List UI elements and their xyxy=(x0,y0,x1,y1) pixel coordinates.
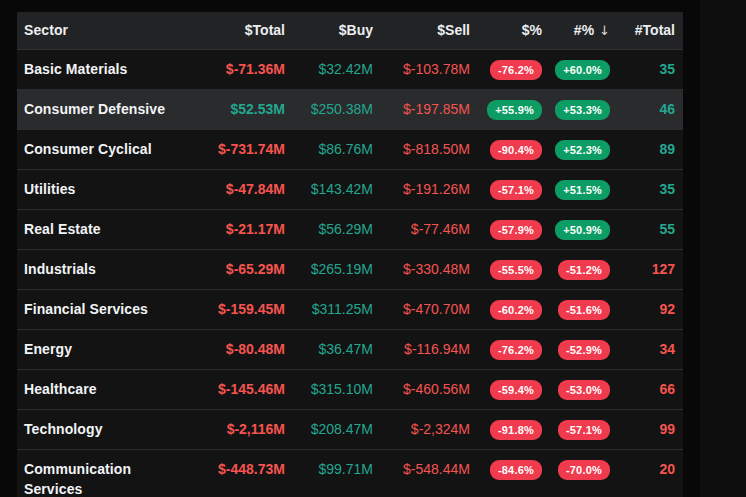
count-pct-badge: -52.9% xyxy=(558,340,610,360)
total-usd-value: $52.53M xyxy=(175,90,285,128)
column-header-count-pct[interactable]: #%↓ xyxy=(542,12,610,49)
usd-pct-cell: -76.2% xyxy=(470,330,542,369)
table-row-communication-services[interactable]: Communication Services $-448.73M $99.71M… xyxy=(17,450,683,497)
buy-usd-value: $86.76M xyxy=(285,130,373,168)
count-pct-badge: -51.6% xyxy=(558,300,610,320)
count-pct-cell: -52.9% xyxy=(542,330,610,369)
usd-pct-cell: -57.1% xyxy=(470,170,542,209)
usd-pct-badge: -90.4% xyxy=(490,140,542,160)
usd-pct-badge: -57.1% xyxy=(490,180,542,200)
usd-pct-badge: -57.9% xyxy=(490,220,542,240)
table-row-basic-materials[interactable]: Basic Materials $-71.36M $32.42M $-103.7… xyxy=(17,50,683,90)
count-pct-label: #% xyxy=(574,22,594,38)
count-total-value: 20 xyxy=(610,450,683,488)
sector-name: Utilities xyxy=(17,170,175,208)
usd-pct-cell: -84.6% xyxy=(470,450,542,489)
buy-usd-value: $265.19M xyxy=(285,250,373,288)
table-row-consumer-defensive[interactable]: Consumer Defensive $52.53M $250.38M $-19… xyxy=(17,90,683,130)
usd-pct-cell: -60.2% xyxy=(470,290,542,329)
table-row-industrials[interactable]: Industrials $-65.29M $265.19M $-330.48M … xyxy=(17,250,683,290)
usd-pct-badge: -84.6% xyxy=(490,460,542,480)
buy-usd-value: $32.42M xyxy=(285,50,373,88)
table-row-consumer-cyclical[interactable]: Consumer Cyclical $-731.74M $86.76M $-81… xyxy=(17,130,683,170)
table-row-healthcare[interactable]: Healthcare $-145.46M $315.10M $-460.56M … xyxy=(17,370,683,410)
count-total-value: 34 xyxy=(610,330,683,368)
table-row-financial-services[interactable]: Financial Services $-159.45M $311.25M $-… xyxy=(17,290,683,330)
count-pct-cell: +60.0% xyxy=(542,50,610,89)
count-pct-cell: +52.3% xyxy=(542,130,610,169)
total-usd-value: $-731.74M xyxy=(175,130,285,168)
count-pct-cell: -57.1% xyxy=(542,410,610,449)
usd-pct-cell: -57.9% xyxy=(470,210,542,249)
column-header-dollar-total[interactable]: $Total xyxy=(175,12,285,48)
count-pct-cell: +51.5% xyxy=(542,170,610,209)
table-row-utilities[interactable]: Utilities $-47.84M $143.42M $-191.26M -5… xyxy=(17,170,683,210)
table-header-row: Sector $Total $Buy $Sell $% #%↓ #Total xyxy=(17,12,683,50)
sector-name: Energy xyxy=(17,330,175,368)
count-total-value: 92 xyxy=(610,290,683,328)
count-total-value: 55 xyxy=(610,210,683,248)
usd-pct-cell: -76.2% xyxy=(470,50,542,89)
table-row-real-estate[interactable]: Real Estate $-21.17M $56.29M $-77.46M -5… xyxy=(17,210,683,250)
sell-usd-value: $-197.85M xyxy=(373,90,470,128)
count-pct-badge: +52.3% xyxy=(555,140,610,160)
column-header-dollar-buy[interactable]: $Buy xyxy=(285,12,373,48)
sector-name: Financial Services xyxy=(17,290,175,328)
count-total-value: 35 xyxy=(610,50,683,88)
count-pct-cell: -53.0% xyxy=(542,370,610,409)
sector-name: Technology xyxy=(17,410,175,448)
count-total-value: 46 xyxy=(610,90,683,128)
column-header-dollar-pct[interactable]: $% xyxy=(470,12,542,48)
usd-pct-badge: +55.9% xyxy=(487,100,542,120)
count-pct-cell: +50.9% xyxy=(542,210,610,249)
buy-usd-value: $36.47M xyxy=(285,330,373,368)
sector-name: Basic Materials xyxy=(17,50,175,88)
buy-usd-value: $315.10M xyxy=(285,370,373,408)
usd-pct-cell: -91.8% xyxy=(470,410,542,449)
count-pct-cell: -70.0% xyxy=(542,450,610,489)
table-row-technology[interactable]: Technology $-2,116M $208.47M $-2,324M -9… xyxy=(17,410,683,450)
usd-pct-badge: -55.5% xyxy=(490,260,542,280)
sector-screener-table: Sector $Total $Buy $Sell $% #%↓ #Total B… xyxy=(17,12,683,497)
buy-usd-value: $311.25M xyxy=(285,290,373,328)
count-pct-badge: -51.2% xyxy=(558,260,610,280)
sell-usd-value: $-2,324M xyxy=(373,410,470,448)
total-usd-value: $-159.45M xyxy=(175,290,285,328)
total-usd-value: $-47.84M xyxy=(175,170,285,208)
sector-name: Healthcare xyxy=(17,370,175,408)
right-gutter xyxy=(700,0,746,497)
buy-usd-value: $208.47M xyxy=(285,410,373,448)
count-pct-cell: -51.2% xyxy=(542,250,610,289)
column-header-sector[interactable]: Sector xyxy=(17,12,175,48)
total-usd-value: $-80.48M xyxy=(175,330,285,368)
column-header-dollar-sell[interactable]: $Sell xyxy=(373,12,470,48)
buy-usd-value: $250.38M xyxy=(285,90,373,128)
buy-usd-value: $99.71M xyxy=(285,450,373,488)
count-pct-badge: +51.5% xyxy=(555,180,610,200)
table-row-energy[interactable]: Energy $-80.48M $36.47M $-116.94M -76.2%… xyxy=(17,330,683,370)
column-header-count-total[interactable]: #Total xyxy=(610,12,683,48)
sell-usd-value: $-191.26M xyxy=(373,170,470,208)
usd-pct-badge: -76.2% xyxy=(490,60,542,80)
sell-usd-value: $-470.70M xyxy=(373,290,470,328)
total-usd-value: $-21.17M xyxy=(175,210,285,248)
sell-usd-value: $-548.44M xyxy=(373,450,470,488)
sell-usd-value: $-103.78M xyxy=(373,50,470,88)
usd-pct-cell: +55.9% xyxy=(470,90,542,129)
sector-name: Industrials xyxy=(17,250,175,288)
count-pct-badge: -70.0% xyxy=(558,460,610,480)
count-pct-badge: +60.0% xyxy=(555,60,610,80)
count-pct-badge: +53.3% xyxy=(555,100,610,120)
count-total-value: 89 xyxy=(610,130,683,168)
count-pct-cell: -51.6% xyxy=(542,290,610,329)
count-pct-badge: -57.1% xyxy=(558,420,610,440)
sell-usd-value: $-818.50M xyxy=(373,130,470,168)
usd-pct-cell: -59.4% xyxy=(470,370,542,409)
total-usd-value: $-2,116M xyxy=(175,410,285,448)
count-total-value: 66 xyxy=(610,370,683,408)
buy-usd-value: $143.42M xyxy=(285,170,373,208)
sell-usd-value: $-116.94M xyxy=(373,330,470,368)
sort-desc-icon: ↓ xyxy=(599,23,610,38)
total-usd-value: $-145.46M xyxy=(175,370,285,408)
usd-pct-badge: -59.4% xyxy=(490,380,542,400)
